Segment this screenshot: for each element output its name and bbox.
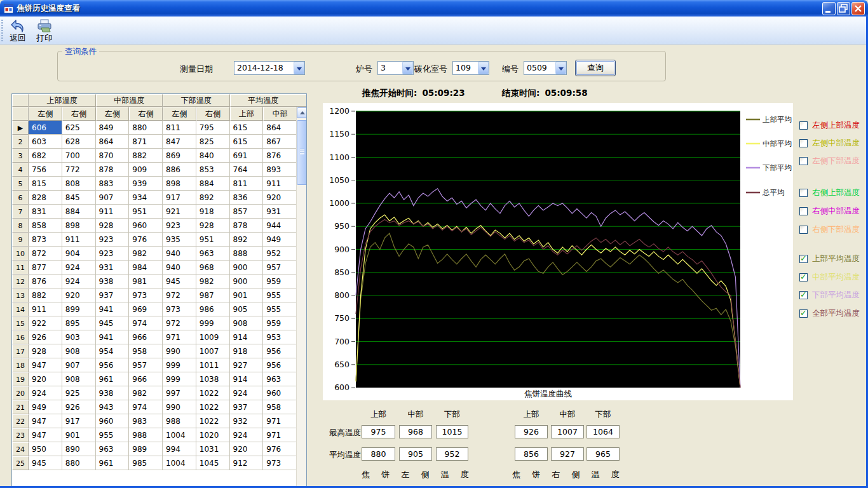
row-header[interactable]: 17 xyxy=(12,344,29,358)
cell[interactable]: 927 xyxy=(230,358,264,372)
cell[interactable]: 960 xyxy=(96,414,130,428)
series-checkbox-5[interactable]: 右侧下部温度 xyxy=(799,224,860,234)
cell[interactable]: 966 xyxy=(129,372,163,386)
cell[interactable]: 603 xyxy=(29,135,62,149)
right-max-upper-box[interactable]: 926 xyxy=(515,425,548,438)
cell[interactable]: 928 xyxy=(29,344,62,358)
series-checkbox-3[interactable]: 右侧上部温度 xyxy=(799,187,860,198)
cell[interactable]: 903 xyxy=(62,330,96,344)
cell[interactable]: 691 xyxy=(230,149,264,163)
cell[interactable]: 764 xyxy=(230,163,264,177)
row-header[interactable]: 25 xyxy=(12,456,29,470)
cell[interactable]: 959 xyxy=(263,316,297,330)
checkbox-icon[interactable] xyxy=(799,207,808,215)
cell[interactable]: 938 xyxy=(96,274,130,288)
row-header[interactable]: 18 xyxy=(12,358,29,372)
series-checkbox-4[interactable]: 右侧中部温度 xyxy=(799,206,860,216)
cell[interactable]: 973 xyxy=(163,302,196,316)
left-avg-upper-box[interactable]: 880 xyxy=(362,447,395,461)
cell[interactable]: 886 xyxy=(163,163,196,177)
cell[interactable]: 920 xyxy=(29,372,62,386)
cell[interactable]: 840 xyxy=(196,149,230,163)
cell[interactable]: 917 xyxy=(62,414,96,428)
cell[interactable]: 849 xyxy=(96,121,130,135)
cell[interactable]: 1009 xyxy=(196,330,230,344)
row-header[interactable]: 13 xyxy=(12,288,29,302)
checkbox-icon[interactable]: ✓ xyxy=(799,255,808,263)
cell[interactable]: 974 xyxy=(129,316,163,330)
cell[interactable]: 988 xyxy=(129,428,163,442)
cell[interactable]: 963 xyxy=(96,442,130,456)
cell[interactable]: 905 xyxy=(230,302,264,316)
cell[interactable]: 924 xyxy=(230,386,264,400)
cell[interactable]: 1004 xyxy=(163,456,196,470)
cell[interactable]: 982 xyxy=(129,247,163,261)
cell[interactable]: 990 xyxy=(163,400,196,414)
group-header[interactable]: 平均温度 xyxy=(230,94,297,107)
cell[interactable]: 872 xyxy=(29,247,62,261)
cell[interactable]: 1022 xyxy=(196,400,230,414)
column-header[interactable]: 右侧 xyxy=(196,107,230,121)
row-header[interactable]: 24 xyxy=(12,442,29,456)
cell[interactable]: 882 xyxy=(129,149,163,163)
back-button[interactable]: 返回 xyxy=(5,18,31,44)
cell[interactable]: 972 xyxy=(163,316,196,330)
cell[interactable]: 884 xyxy=(62,205,96,219)
cell[interactable]: 908 xyxy=(230,316,264,330)
chamber-no-select[interactable]: 109 xyxy=(452,61,489,75)
cell[interactable]: 899 xyxy=(62,302,96,316)
cell[interactable]: 944 xyxy=(263,219,297,233)
row-header[interactable]: 22 xyxy=(12,414,29,428)
cell[interactable]: 947 xyxy=(29,358,62,372)
row-header[interactable]: 8 xyxy=(12,219,29,233)
cell[interactable]: 911 xyxy=(62,233,96,247)
cell[interactable]: 963 xyxy=(263,372,297,386)
cell[interactable]: 971 xyxy=(263,428,297,442)
cell[interactable]: 918 xyxy=(196,205,230,219)
column-header[interactable]: 中部 xyxy=(263,107,297,121)
row-header[interactable]: 11 xyxy=(12,261,29,274)
checkbox-icon[interactable]: ✓ xyxy=(799,309,808,318)
series-checkbox-6[interactable]: ✓上部平均温度 xyxy=(799,254,860,264)
cell[interactable]: 955 xyxy=(263,288,297,302)
cell[interactable]: 976 xyxy=(263,442,297,456)
cell[interactable]: 969 xyxy=(129,302,163,316)
cell[interactable]: 883 xyxy=(96,177,130,191)
cell[interactable]: 940 xyxy=(163,261,196,274)
row-header[interactable]: ▶ xyxy=(12,121,29,135)
cell[interactable]: 952 xyxy=(263,247,297,261)
cell[interactable]: 997 xyxy=(163,386,196,400)
toolbar-grip[interactable] xyxy=(1,20,3,43)
cell[interactable]: 858 xyxy=(29,219,62,233)
row-header[interactable]: 7 xyxy=(12,205,29,219)
cell[interactable]: 971 xyxy=(163,330,196,344)
cell[interactable]: 1011 xyxy=(196,358,230,372)
cell[interactable]: 961 xyxy=(96,372,130,386)
row-header[interactable]: 5 xyxy=(12,177,29,191)
cell[interactable]: 808 xyxy=(62,177,96,191)
cell[interactable]: 914 xyxy=(230,372,264,386)
column-header[interactable]: 右侧 xyxy=(129,107,163,121)
cell[interactable]: 973 xyxy=(263,456,297,470)
cell[interactable]: 928 xyxy=(196,219,230,233)
checkbox-icon[interactable] xyxy=(799,157,808,165)
row-header[interactable]: 20 xyxy=(12,386,29,400)
cell[interactable]: 924 xyxy=(230,428,264,442)
cell[interactable]: 815 xyxy=(29,177,62,191)
cell[interactable]: 892 xyxy=(196,191,230,205)
cell[interactable]: 878 xyxy=(96,163,130,177)
cell[interactable]: 900 xyxy=(230,261,264,274)
measure-date-select[interactable]: 2014-12-18 xyxy=(234,61,305,75)
cell[interactable]: 954 xyxy=(96,344,130,358)
cell[interactable]: 957 xyxy=(263,261,297,274)
row-header[interactable]: 15 xyxy=(12,316,29,330)
group-header[interactable]: 中部温度 xyxy=(96,94,163,107)
cell[interactable]: 941 xyxy=(96,330,130,344)
cell[interactable]: 772 xyxy=(62,163,96,177)
row-header[interactable]: 3 xyxy=(12,149,29,163)
cell[interactable]: 984 xyxy=(129,261,163,274)
row-header[interactable]: 2 xyxy=(12,135,29,149)
checkbox-icon[interactable] xyxy=(799,226,808,234)
column-header[interactable]: 上部 xyxy=(230,107,264,121)
cell[interactable]: 904 xyxy=(62,247,96,261)
